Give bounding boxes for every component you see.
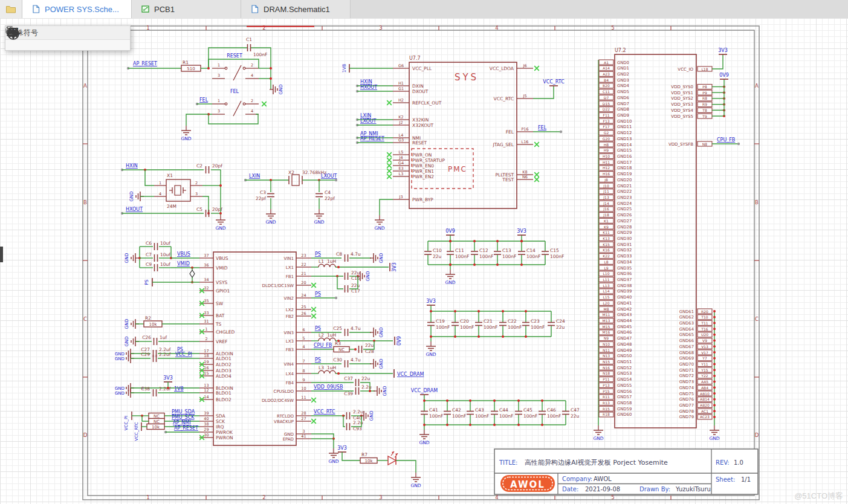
svg-text:GND47: GND47 — [617, 336, 632, 341]
svg-text:EPAD: EPAD — [283, 437, 294, 442]
capacitor-bank-3[interactable]: C41100nFC42100nFC43100nFC44100nFC45100nF… — [411, 388, 580, 445]
project-folder-button[interactable] — [0, 0, 22, 18]
svg-text:GND6: GND6 — [617, 95, 629, 100]
svg-text:3V3: 3V3 — [426, 299, 436, 304]
svg-text:7: 7 — [302, 359, 305, 364]
svg-text:N15: N15 — [603, 360, 610, 364]
svg-text:H10: H10 — [603, 154, 610, 158]
capacitor-bank-2[interactable]: C19100nFC20100nFC21100nFC22100nFC23100nF… — [426, 299, 565, 357]
svg-text:100nF: 100nF — [484, 325, 497, 330]
svg-text:AA5: AA5 — [701, 380, 708, 384]
svg-text:C26: C26 — [142, 335, 151, 340]
svg-text:1uH: 1uH — [327, 365, 336, 370]
crystal-x2-circuit[interactable]: LXINX232.768kHzLXOUTC322pfGNDC422pfGND — [244, 170, 337, 225]
svg-text:15: 15 — [204, 371, 209, 376]
svg-text:GND: GND — [124, 336, 129, 346]
svg-text:H2: H2 — [398, 98, 404, 103]
svg-text:FEL: FEL — [506, 129, 514, 135]
svg-text:K15: K15 — [603, 242, 610, 247]
tab-power-sys-sche[interactable]: POWER SYS.Sche... — [22, 0, 132, 18]
svg-text:35: 35 — [204, 299, 209, 303]
schematic-canvas[interactable]: 1122334455AABBCCDDAP_RESET510R11234RESET… — [0, 18, 848, 504]
svg-text:K9: K9 — [604, 225, 609, 229]
svg-text:P15: P15 — [603, 389, 609, 393]
palette-close-button[interactable] — [115, 27, 126, 38]
svg-text:C44: C44 — [499, 407, 508, 413]
svg-text:C25: C25 — [333, 326, 342, 331]
svg-text:PS: PS — [315, 326, 321, 331]
svg-text:PMC: PMC — [448, 165, 467, 173]
svg-text:GND29: GND29 — [617, 230, 632, 235]
ic-u77-sys[interactable]: U7.7SYSPMCG6VCC_PLL1V8H1DXINHXING1DXOUTH… — [341, 56, 565, 231]
svg-text:HXOUT: HXOUT — [360, 85, 377, 90]
svg-text:C13: C13 — [502, 248, 511, 253]
svg-text:3: 3 — [379, 494, 382, 500]
svg-text:Y11: Y11 — [701, 362, 708, 366]
svg-text:GND20: GND20 — [617, 178, 632, 183]
svg-text:100nF: 100nF — [475, 413, 489, 419]
regulator-output-circuits[interactable]: PSC84.7uGNDL11uH3V322uC16GND22uC17PSPSC2… — [311, 251, 424, 431]
svg-text:G2: G2 — [604, 131, 609, 135]
panel-collapse-handle[interactable] — [0, 247, 3, 262]
svg-text:N8: N8 — [702, 142, 707, 146]
svg-text:C43: C43 — [475, 407, 484, 413]
svg-text:C47: C47 — [571, 407, 580, 413]
svg-text:LX1: LX1 — [286, 265, 294, 270]
svg-text:GND55: GND55 — [617, 383, 632, 388]
svg-text:U20: U20 — [701, 332, 708, 337]
svg-text:G20: G20 — [603, 137, 610, 141]
svg-text:GND60: GND60 — [617, 412, 632, 417]
svg-text:0V9: 0V9 — [445, 228, 455, 234]
svg-text:5: 5 — [611, 25, 614, 31]
svg-text:GND33: GND33 — [617, 254, 632, 259]
svg-text:100nF: 100nF — [455, 254, 469, 259]
svg-text:GND18: GND18 — [617, 166, 632, 170]
svg-text:PS: PS — [315, 357, 321, 363]
fel-switch-circuit[interactable]: FEL1234FELGND — [181, 89, 266, 141]
svg-text:GND: GND — [115, 352, 125, 357]
svg-text:C11: C11 — [603, 89, 610, 94]
svg-text:N9: N9 — [604, 336, 609, 340]
tab-label: DRAM.Schematic1 — [264, 5, 330, 14]
tab-dram-schematic1[interactable]: DRAM.Schematic1 — [241, 0, 351, 18]
crystal-x1-circuit[interactable]: HXINC220pfX124M1243GNDHXOUTC520pfGND — [121, 163, 226, 231]
svg-text:AP_RESET: AP_RESET — [133, 61, 157, 66]
svg-text:LX4: LX4 — [286, 372, 294, 376]
svg-text:J6: J6 — [522, 63, 526, 68]
palette-title-bar[interactable]: 特殊符号 — [5, 26, 130, 40]
svg-text:A23: A23 — [603, 72, 610, 76]
svg-text:N6: N6 — [522, 175, 528, 179]
svg-text:V13: V13 — [701, 344, 708, 349]
ic-u72-power-connector[interactable]: U7.2A1GND0A14GND1A23GND2B4GND3B20GND4C11… — [593, 48, 740, 441]
svg-text:21: 21 — [301, 271, 306, 276]
reset-switch-circuit[interactable]: AP_RESET510R11234RESETC1100nFGND — [127, 37, 283, 95]
no-connect-icon[interactable] — [5, 26, 21, 40]
svg-text:1/1: 1/1 — [741, 476, 751, 483]
svg-text:5: 5 — [302, 336, 305, 341]
svg-text:3V3: 3V3 — [517, 228, 526, 234]
svg-text:ALDO2: ALDO2 — [216, 362, 231, 367]
title-block[interactable]: TITLE:高性能异构边缘AI视觉开发板 Porject YosemiteREV… — [494, 449, 758, 494]
svg-text:4: 4 — [495, 25, 498, 31]
svg-text:100nF: 100nF — [499, 413, 513, 419]
svg-text:TITLE:: TITLE: — [499, 459, 517, 466]
svg-text:GND77: GND77 — [679, 403, 694, 408]
svg-text:1: 1 — [146, 25, 149, 31]
schematic-drawing[interactable]: 1122334455AABBCCDDAP_RESET510R11234RESET… — [0, 18, 848, 504]
svg-text:L2: L2 — [319, 332, 324, 338]
svg-text:VMID: VMID — [177, 261, 190, 267]
svg-text:J10: J10 — [603, 184, 609, 189]
capacitor-bank-1[interactable]: C1022uC11100nFC12100nFC13100nFC14100nFC1… — [424, 228, 564, 285]
svg-text:VCC_RTC: VCC_RTC — [314, 409, 335, 415]
palette-popout-button[interactable] — [105, 27, 115, 38]
power-led-circuit[interactable]: 3V310kR7GND — [337, 445, 421, 488]
svg-text:GND: GND — [115, 357, 125, 361]
svg-text:VCC_RTC: VCC_RTC — [134, 422, 139, 441]
tab-pcb1[interactable]: PCB1 — [132, 0, 241, 18]
svg-text:C10: C10 — [433, 248, 442, 253]
svg-text:DLDO2/DC4SW: DLDO2/DC4SW — [262, 398, 294, 403]
svg-text:GND52: GND52 — [617, 366, 632, 370]
ic-pmic[interactable]: 37VBUS36VMID34VSYS32GPIO135SW33BAT31TS1C… — [115, 241, 339, 464]
svg-text:GND4: GND4 — [617, 83, 629, 88]
svg-text:GND: GND — [709, 436, 719, 441]
